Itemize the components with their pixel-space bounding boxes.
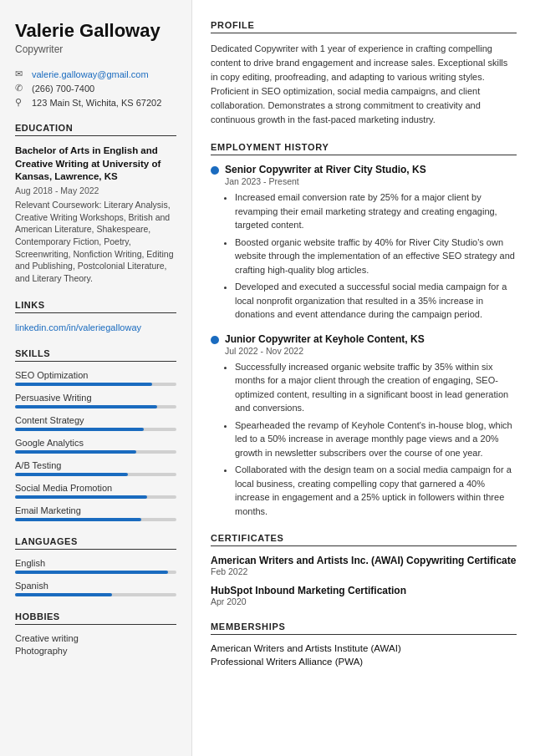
skill-bar-fill [15,450,136,454]
job-item: Senior Copywriter at River City Studio, … [211,164,517,322]
skill-item: Persuasive Writing [15,393,176,408]
contact-email: ✉ valerie.galloway@gmail.com [15,68,176,79]
language-bar-bg [15,593,176,596]
skill-item: Google Analytics [15,438,176,454]
certificates-section: CERTIFICATES American Writers and Artist… [211,533,517,606]
skill-bar-fill [15,495,147,499]
skill-label: Social Media Promotion [15,483,176,493]
skill-bar-fill [15,473,128,476]
memberships-list: American Writers and Artists Institute (… [211,643,517,667]
job-title: Senior Copywriter at River City Studio, … [225,164,426,175]
skill-label: Email Marketing [15,505,176,515]
employment-section: EMPLOYMENT HISTORY Senior Copywriter at … [211,142,517,518]
linkedin-link[interactable]: linkedin.com/in/valeriegalloway [15,322,141,332]
job-bullets: Increased email conversion rate by 25% f… [225,190,517,322]
membership-item: Professional Writers Alliance (PWA) [211,657,517,667]
education-section-title: EDUCATION [15,123,176,136]
skill-item: SEO Optimization [15,370,176,386]
skill-bar-fill [15,428,144,431]
resume-container: Valerie Galloway Copywriter ✉ valerie.ga… [0,0,535,756]
job-bullet: Increased email conversion rate by 25% f… [235,190,517,232]
language-label: English [15,558,176,568]
certificate-item: American Writers and Artists Inc. (AWAI)… [211,555,517,576]
job-bullet: Boosted organic website traffic by 40% f… [235,236,517,277]
skill-label: Persuasive Writing [15,393,176,403]
education-dates: Aug 2018 - May 2022 [15,185,176,195]
jobs-list: Senior Copywriter at River City Studio, … [211,164,517,518]
hobbies-list: Creative writingPhotography [15,633,176,656]
job-dot [211,166,219,175]
linkedin-link-item: linkedin.com/in/valeriegalloway [15,322,176,333]
job-dot [211,336,219,344]
skill-bar-bg [15,450,176,454]
profile-section-title: PROFILE [211,20,517,33]
language-label: Spanish [15,581,176,591]
phone-icon: ✆ [15,83,27,94]
profile-text: Dedicated Copywriter with 1 year of expe… [211,42,517,127]
cert-date: Apr 2020 [211,596,517,606]
email-link[interactable]: valerie.galloway@gmail.com [32,69,149,79]
contact-address: ⚲ 123 Main St, Wichita, KS 67202 [15,97,176,108]
education-degree: Bachelor of Arts in English and Creative… [15,145,176,184]
profile-section: PROFILE Dedicated Copywriter with 1 year… [211,20,517,127]
cert-date: Feb 2022 [211,566,517,576]
job-header: Senior Copywriter at River City Studio, … [211,164,517,175]
skill-bar-fill [15,383,152,386]
language-bar-fill [15,571,168,574]
memberships-section-title: MEMBERSHIPS [211,622,517,635]
skills-section-title: SKILLS [15,348,176,362]
email-icon: ✉ [15,68,27,79]
hobby-item: Creative writing [15,633,176,643]
hobby-item: Photography [15,646,176,656]
language-item: Spanish [15,581,176,596]
certificates-list: American Writers and Artists Inc. (AWAI)… [211,555,517,606]
language-bar-fill [15,593,112,596]
skill-label: A/B Testing [15,460,176,470]
job-title: Junior Copywriter at Keyhole Content, KS [225,333,425,345]
address-text: 123 Main St, Wichita, KS 67202 [32,98,161,108]
skill-bar-fill [15,518,141,521]
languages-section-title: LANGUAGES [15,536,176,550]
job-bullet: Spearheaded the revamp of Keyhole Conten… [235,419,517,460]
memberships-section: MEMBERSHIPS American Writers and Artists… [211,622,517,667]
job-dates: Jul 2022 - Nov 2022 [225,346,517,356]
job-dates: Jan 2023 - Present [225,176,517,186]
language-bar-bg [15,571,176,574]
phone-text: (266) 700-7400 [32,84,94,94]
skill-bar-fill [15,405,157,408]
cert-name: HubSpot Inbound Marketing Certification [211,585,517,596]
skill-bar-bg [15,383,176,386]
skill-label: Content Strategy [15,415,176,425]
job-item: Junior Copywriter at Keyhole Content, KS… [211,333,517,519]
skill-item: Content Strategy [15,415,176,431]
employment-section-title: EMPLOYMENT HISTORY [211,142,517,155]
sidebar: Valerie Galloway Copywriter ✉ valerie.ga… [0,0,192,756]
coursework-label: Relevant Coursework: [15,200,104,210]
language-item: English [15,558,176,574]
skill-bar-bg [15,428,176,431]
skill-label: Google Analytics [15,438,176,448]
job-bullet: Collaborated with the design team on a s… [235,463,517,518]
candidate-title: Copywriter [15,43,176,55]
skill-label: SEO Optimization [15,370,176,380]
job-bullets: Successfully increased organic website t… [225,360,517,519]
education-coursework: Relevant Coursework: Literary Analysis, … [15,199,176,285]
cert-name: American Writers and Artists Inc. (AWAI)… [211,555,517,566]
main-content: PROFILE Dedicated Copywriter with 1 year… [192,0,535,756]
coursework-text: Literary Analysis, Creative Writing Work… [15,200,173,283]
contact-phone: ✆ (266) 700-7400 [15,83,176,94]
location-icon: ⚲ [15,97,27,108]
job-bullet: Successfully increased organic website t… [235,360,517,415]
job-bullet: Developed and executed a successful soci… [235,280,517,322]
skill-bar-bg [15,473,176,476]
skill-item: Email Marketing [15,505,176,521]
certificates-section-title: CERTIFICATES [211,533,517,546]
skill-item: A/B Testing [15,460,176,476]
skill-bar-bg [15,518,176,521]
job-header: Junior Copywriter at Keyhole Content, KS [211,333,517,345]
certificate-item: HubSpot Inbound Marketing Certification … [211,585,517,606]
languages-list: English Spanish [15,558,176,596]
skill-item: Social Media Promotion [15,483,176,499]
skill-bar-bg [15,495,176,499]
candidate-name: Valerie Galloway [15,20,176,42]
